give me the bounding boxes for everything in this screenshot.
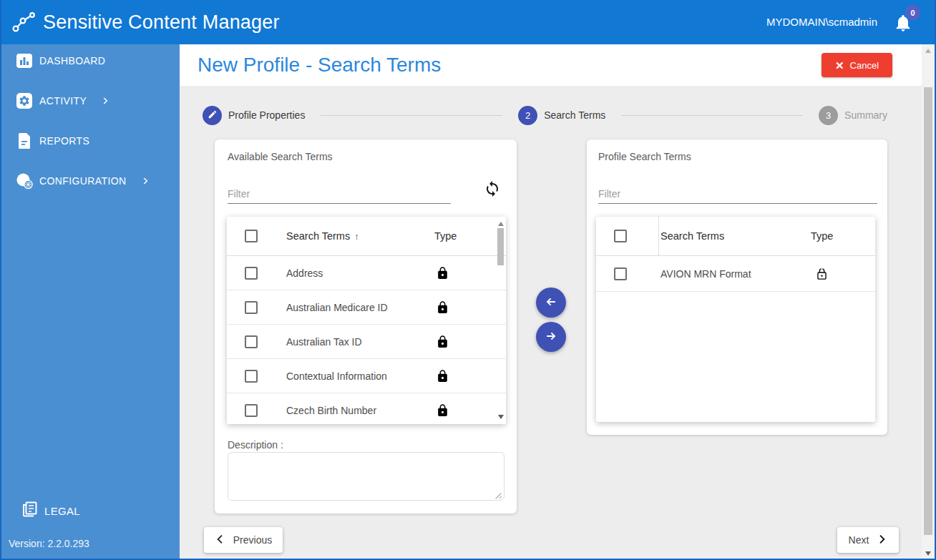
table-row[interactable]: AVION MRN Format: [596, 256, 875, 292]
row-checkbox[interactable]: [245, 335, 258, 348]
table-row[interactable]: Czech Birth Number: [227, 393, 506, 424]
sidebar: DASHBOARD ACTIVITY: [0, 44, 180, 560]
step-search-terms[interactable]: 2 Search Terms: [518, 106, 605, 125]
sidebar-item-label: DASHBOARD: [39, 55, 105, 67]
scroll-up-icon[interactable]: [925, 49, 931, 53]
unlock-icon: [815, 266, 829, 285]
available-filter-input[interactable]: [228, 184, 451, 204]
sidebar-item-legal[interactable]: LEGAL: [0, 501, 180, 521]
scroll-down-icon[interactable]: [498, 415, 504, 419]
panel-title: Available Search Terms: [228, 151, 333, 162]
lock-icon: [436, 403, 449, 421]
table-header: Search Terms Type: [596, 217, 875, 256]
table-header: Search Terms↑ Type: [227, 217, 506, 256]
column-divider: [658, 217, 659, 256]
page-scrollbar[interactable]: [922, 44, 935, 560]
lock-icon: [436, 265, 449, 284]
cancel-button[interactable]: ✕ Cancel: [822, 53, 892, 77]
scroll-down-icon[interactable]: [925, 551, 931, 556]
arrow-left-icon: [544, 295, 558, 311]
table-row[interactable]: Australian Medicare ID: [227, 290, 506, 325]
column-header-type[interactable]: Type: [434, 217, 457, 256]
row-checkbox[interactable]: [245, 267, 258, 280]
column-header-search-terms[interactable]: Search Terms: [660, 217, 724, 256]
term-label: Contextual Information: [286, 359, 387, 393]
sidebar-item-label: REPORTS: [39, 135, 89, 147]
row-checkbox[interactable]: [245, 404, 258, 417]
step-1-label: Profile Properties: [228, 109, 305, 121]
legal-book-icon: [21, 501, 39, 520]
sort-asc-icon: ↑: [354, 231, 359, 242]
page-title: New Profile - Search Terms: [198, 44, 441, 86]
bar-chart-icon: [16, 52, 33, 69]
step-2-label: Search Terms: [544, 109, 605, 121]
term-label: Address: [286, 256, 323, 290]
sidebar-item-label: CONFIGURATION: [39, 175, 127, 187]
term-label: Czech Birth Number: [286, 393, 376, 424]
lock-icon: [436, 300, 449, 318]
select-all-checkbox[interactable]: [614, 230, 627, 242]
version-label: Version: 2.2.0.293: [9, 538, 89, 549]
refresh-icon: [484, 189, 501, 200]
sidebar-item-dashboard[interactable]: DASHBOARD: [0, 51, 180, 71]
notifications-button[interactable]: 0: [893, 12, 913, 34]
panel-title: Profile Search Terms: [598, 151, 691, 162]
step-3-label: Summary: [844, 109, 887, 121]
top-bar: Sensitive Content Manager MYDOMAIN\scmad…: [0, 0, 936, 44]
step-profile-properties[interactable]: Profile Properties: [203, 106, 305, 125]
term-label: Australian Tax ID: [286, 325, 362, 359]
select-all-checkbox[interactable]: [245, 230, 258, 242]
page-header: New Profile - Search Terms ✕ Cancel: [180, 44, 936, 86]
table-row[interactable]: Australian Tax ID: [227, 325, 506, 359]
next-button[interactable]: Next: [837, 527, 899, 553]
lock-icon: [436, 368, 449, 387]
table-scrollbar[interactable]: [496, 217, 505, 424]
bell-icon: [893, 24, 913, 36]
sidebar-item-reports[interactable]: REPORTS: [0, 131, 180, 151]
sidebar-item-activity[interactable]: ACTIVITY: [0, 91, 180, 111]
move-right-button[interactable]: [536, 322, 566, 352]
table-row[interactable]: Address: [227, 256, 506, 290]
connected-nodes-icon: [11, 11, 37, 36]
next-label: Next: [849, 534, 869, 546]
column-header-type[interactable]: Type: [811, 217, 833, 256]
column-header-search-terms[interactable]: Search Terms↑: [286, 217, 359, 256]
step-connector: [621, 115, 803, 116]
sidebar-item-configuration[interactable]: CONFIGURATION: [0, 171, 180, 191]
previous-button[interactable]: Previous: [204, 527, 283, 553]
edit-icon: [208, 109, 218, 122]
cancel-label: Cancel: [850, 60, 879, 71]
scrollbar-thumb[interactable]: [924, 87, 932, 535]
scrollbar-thumb[interactable]: [497, 228, 504, 265]
sidebar-item-label: LEGAL: [44, 505, 80, 517]
window-border-left: [0, 0, 1, 560]
move-left-button[interactable]: [536, 288, 566, 318]
main-content: New Profile - Search Terms ✕ Cancel Prof…: [180, 44, 936, 560]
refresh-button[interactable]: [483, 180, 502, 199]
step-2-circle: 2: [518, 106, 537, 125]
scroll-up-icon[interactable]: [498, 222, 504, 226]
profile-terms-table: Search Terms Type AVION MRN Format: [596, 217, 875, 422]
row-checkbox[interactable]: [614, 267, 627, 280]
arrow-right-icon: [544, 329, 558, 345]
description-textarea[interactable]: [228, 452, 504, 501]
previous-label: Previous: [233, 534, 272, 546]
profile-filter-input[interactable]: [598, 184, 877, 204]
lock-icon: [436, 334, 449, 353]
app-window: Sensitive Content Manager MYDOMAIN\scmad…: [0, 0, 936, 560]
step-summary[interactable]: 3 Summary: [819, 106, 887, 125]
chevron-right-icon: [876, 533, 887, 548]
row-checkbox[interactable]: [245, 301, 258, 314]
step-3-circle: 3: [819, 106, 838, 125]
available-search-terms-panel: Available Search Terms Search Terms↑ Typ…: [215, 139, 517, 514]
sidebar-item-label: ACTIVITY: [39, 95, 87, 107]
chevron-right-icon: [100, 96, 110, 106]
term-label: Australian Medicare ID: [286, 290, 388, 325]
report-icon: [16, 132, 33, 149]
step-1-circle: [203, 106, 222, 125]
chevron-left-icon: [215, 533, 226, 548]
row-checkbox[interactable]: [245, 370, 258, 383]
gear-icon: [16, 92, 33, 109]
table-row[interactable]: Contextual Information: [227, 359, 506, 393]
notification-count-badge: 0: [905, 5, 920, 20]
